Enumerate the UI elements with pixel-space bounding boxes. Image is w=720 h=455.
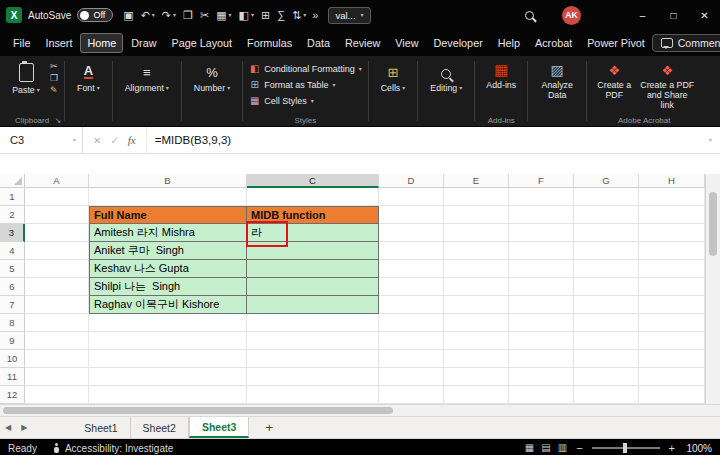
autosave-toggle[interactable]: Off bbox=[77, 8, 113, 22]
cell-G3[interactable] bbox=[574, 224, 639, 242]
cell-G6[interactable] bbox=[574, 278, 639, 296]
row-header-5[interactable]: 5 bbox=[0, 260, 25, 278]
cell-B2[interactable]: Full Name bbox=[89, 206, 247, 224]
cell-G9[interactable] bbox=[574, 332, 639, 350]
cell-G2[interactable] bbox=[574, 206, 639, 224]
insert-function-icon[interactable]: fx bbox=[128, 134, 136, 146]
cell-E1[interactable] bbox=[444, 188, 509, 206]
sheet-nav-right-icon[interactable]: ▶ bbox=[16, 417, 32, 438]
cell-F11[interactable] bbox=[509, 368, 574, 386]
enter-icon[interactable]: ✓ bbox=[110, 135, 118, 146]
cell-G1[interactable] bbox=[574, 188, 639, 206]
row-header-2[interactable]: 2 bbox=[0, 206, 25, 224]
cell-H5[interactable] bbox=[639, 260, 705, 278]
avatar[interactable]: AK bbox=[562, 6, 581, 25]
row-header-10[interactable]: 10 bbox=[0, 350, 25, 368]
row-header-1[interactable]: 1 bbox=[0, 188, 25, 206]
cell-A12[interactable] bbox=[25, 386, 89, 404]
menu-tab-review[interactable]: Review bbox=[338, 33, 387, 53]
horizontal-scrollbar[interactable] bbox=[0, 404, 720, 417]
cell-A4[interactable] bbox=[25, 242, 89, 260]
cell-E3[interactable] bbox=[444, 224, 509, 242]
menu-tab-page-layout[interactable]: Page Layout bbox=[164, 33, 239, 53]
cell-B12[interactable] bbox=[89, 386, 247, 404]
cell-B4[interactable]: Aniket 쿠마 Singh bbox=[89, 242, 247, 260]
cell-F5[interactable] bbox=[509, 260, 574, 278]
cell-E5[interactable] bbox=[444, 260, 509, 278]
cell-H1[interactable] bbox=[639, 188, 705, 206]
fill-color-icon[interactable]: ◧ bbox=[239, 10, 249, 21]
cell-C7[interactable] bbox=[247, 296, 379, 314]
cell-styles-button[interactable]: Cell Styles bbox=[249, 93, 362, 108]
cell-A1[interactable] bbox=[25, 188, 89, 206]
cell-C8[interactable] bbox=[247, 314, 379, 332]
cell-A11[interactable] bbox=[25, 368, 89, 386]
menu-tab-power-pivot[interactable]: Power Pivot bbox=[580, 33, 652, 53]
cell-D8[interactable] bbox=[379, 314, 444, 332]
sheet-tab-sheet3[interactable]: Sheet3 bbox=[189, 417, 249, 438]
dialog-launcher-icon[interactable] bbox=[54, 116, 61, 125]
cell-E7[interactable] bbox=[444, 296, 509, 314]
cell-B1[interactable] bbox=[89, 188, 247, 206]
cell-E8[interactable] bbox=[444, 314, 509, 332]
cell-F7[interactable] bbox=[509, 296, 574, 314]
cell-C9[interactable] bbox=[247, 332, 379, 350]
cell-C12[interactable] bbox=[247, 386, 379, 404]
cell-A3[interactable] bbox=[25, 224, 89, 242]
cell-C11[interactable] bbox=[247, 368, 379, 386]
cell-G7[interactable] bbox=[574, 296, 639, 314]
cell-C3[interactable]: 라 bbox=[247, 224, 379, 242]
row-header-4[interactable]: 4 bbox=[0, 242, 25, 260]
cell-F9[interactable] bbox=[509, 332, 574, 350]
cell-D1[interactable] bbox=[379, 188, 444, 206]
cell-D10[interactable] bbox=[379, 350, 444, 368]
cell-G5[interactable] bbox=[574, 260, 639, 278]
cell-G10[interactable] bbox=[574, 350, 639, 368]
cell-A10[interactable] bbox=[25, 350, 89, 368]
cell-G12[interactable] bbox=[574, 386, 639, 404]
cell-F3[interactable] bbox=[509, 224, 574, 242]
cell-F4[interactable] bbox=[509, 242, 574, 260]
cut-icon[interactable]: ✂ bbox=[200, 10, 209, 21]
cell-H9[interactable] bbox=[639, 332, 705, 350]
comments-button[interactable]: Comments bbox=[652, 34, 720, 52]
cell-E11[interactable] bbox=[444, 368, 509, 386]
cell-D2[interactable] bbox=[379, 206, 444, 224]
select-all-corner[interactable] bbox=[0, 174, 25, 188]
row-header-6[interactable]: 6 bbox=[0, 278, 25, 296]
row-header-9[interactable]: 9 bbox=[0, 332, 25, 350]
cell-F1[interactable] bbox=[509, 188, 574, 206]
zoom-slider-thumb[interactable] bbox=[623, 443, 627, 453]
cell-D11[interactable] bbox=[379, 368, 444, 386]
cell-F2[interactable] bbox=[509, 206, 574, 224]
alignment-button[interactable]: Alignment bbox=[119, 59, 175, 93]
copy-icon[interactable] bbox=[50, 74, 58, 83]
column-header-E[interactable]: E bbox=[444, 174, 509, 188]
column-header-C[interactable]: C bbox=[247, 174, 379, 188]
cell-B7[interactable]: Raghav 이목구비 Kishore bbox=[89, 296, 247, 314]
cell-D7[interactable] bbox=[379, 296, 444, 314]
formula-bar-expand-icon[interactable] bbox=[709, 137, 712, 143]
cell-A2[interactable] bbox=[25, 206, 89, 224]
paste-button[interactable]: Paste bbox=[6, 59, 46, 95]
cell-D3[interactable] bbox=[379, 224, 444, 242]
menu-tab-developer[interactable]: Developer bbox=[427, 33, 490, 53]
vertical-scrollbar-thumb[interactable] bbox=[709, 192, 717, 256]
font-button[interactable]: Font bbox=[71, 59, 106, 93]
format-painter-icon[interactable] bbox=[50, 86, 58, 95]
number-button[interactable]: Number bbox=[188, 59, 236, 93]
zoom-in-button[interactable]: + bbox=[669, 442, 675, 454]
row-header-3[interactable]: 3 bbox=[0, 224, 25, 242]
search-icon[interactable] bbox=[525, 11, 534, 20]
horizontal-scrollbar-thumb[interactable] bbox=[3, 407, 393, 414]
menu-tab-view[interactable]: View bbox=[388, 33, 425, 53]
menu-tab-data[interactable]: Data bbox=[300, 33, 337, 53]
menu-tab-draw[interactable]: Draw bbox=[124, 33, 163, 53]
cell-H8[interactable] bbox=[639, 314, 705, 332]
format-as-table-button[interactable]: Format as Table bbox=[249, 77, 362, 92]
menu-tab-insert[interactable]: Insert bbox=[38, 33, 79, 53]
new-sheet-button[interactable]: + bbox=[259, 417, 279, 438]
menu-tab-help[interactable]: Help bbox=[491, 33, 527, 53]
row-header-7[interactable]: 7 bbox=[0, 296, 25, 314]
cell-B3[interactable]: Amitesh 라지 Mishra bbox=[89, 224, 247, 242]
